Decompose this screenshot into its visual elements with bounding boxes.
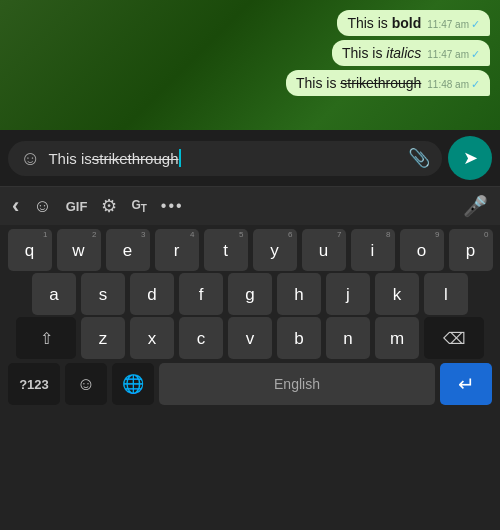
emoji-key[interactable]: ☺: [65, 363, 107, 405]
chat-area: This is bold 11:47 am ✓ This is italics …: [0, 0, 500, 130]
key-n[interactable]: n: [326, 317, 370, 359]
more-button[interactable]: •••: [161, 197, 184, 215]
translate-button[interactable]: GT: [131, 198, 146, 214]
message-meta-3: 11:48 am ✓: [427, 78, 480, 91]
key-k[interactable]: k: [375, 273, 419, 315]
enter-icon: ↵: [458, 372, 475, 396]
sticker-button[interactable]: ☺: [33, 196, 51, 217]
num-key[interactable]: ?123: [8, 363, 60, 405]
space-key[interactable]: English: [159, 363, 435, 405]
keyboard-body: 1q 2w 3e 4r 5t 6y 7u 8i 9o 0p a s d f g …: [0, 225, 500, 530]
shift-key[interactable]: ⇧: [16, 317, 76, 359]
back-button[interactable]: ‹: [12, 193, 19, 219]
key-v[interactable]: v: [228, 317, 272, 359]
shift-icon: ⇧: [40, 329, 53, 348]
enter-key[interactable]: ↵: [440, 363, 492, 405]
message-meta-1: 11:47 am ✓: [427, 18, 480, 31]
key-f[interactable]: f: [179, 273, 223, 315]
message-bubble-2: This is italics 11:47 am ✓: [332, 40, 490, 66]
key-r[interactable]: 4r: [155, 229, 199, 271]
bottom-row: ?123 ☺ 🌐 English ↵: [4, 361, 496, 409]
backspace-key[interactable]: ⌫: [424, 317, 484, 359]
message-check-2: ✓: [471, 48, 480, 61]
message-text-1: This is bold: [347, 15, 421, 31]
key-q[interactable]: 1q: [8, 229, 52, 271]
emoji-keyboard-icon: ☺: [77, 374, 95, 395]
key-e[interactable]: 3e: [106, 229, 150, 271]
key-u[interactable]: 7u: [302, 229, 346, 271]
text-cursor: [179, 149, 181, 167]
message-strikethrough-text: strikethrough: [340, 75, 421, 91]
input-bar: ☺ This is strikethrough 📎 ➤: [0, 130, 500, 186]
input-prefix: This is: [48, 150, 91, 167]
emoji-icon[interactable]: ☺: [20, 147, 40, 170]
message-bold-text: bold: [392, 15, 422, 31]
key-b[interactable]: b: [277, 317, 321, 359]
keyboard-toolbar: ‹ ☺ GIF ⚙ GT ••• 🎤: [0, 186, 500, 225]
key-y[interactable]: 6y: [253, 229, 297, 271]
key-s[interactable]: s: [81, 273, 125, 315]
key-d[interactable]: d: [130, 273, 174, 315]
settings-button[interactable]: ⚙: [101, 195, 117, 217]
globe-icon: 🌐: [122, 373, 144, 395]
key-i[interactable]: 8i: [351, 229, 395, 271]
input-text-display[interactable]: This is strikethrough: [48, 149, 400, 167]
key-m[interactable]: m: [375, 317, 419, 359]
key-l[interactable]: l: [424, 273, 468, 315]
message-time-2: 11:47 am: [427, 49, 469, 60]
message-text-2: This is italics: [342, 45, 421, 61]
backspace-icon: ⌫: [443, 329, 466, 348]
attachment-icon[interactable]: 📎: [408, 147, 430, 169]
send-icon: ➤: [463, 147, 478, 169]
mic-button[interactable]: 🎤: [463, 194, 488, 218]
gif-button[interactable]: GIF: [66, 199, 88, 214]
message-time-1: 11:47 am: [427, 19, 469, 30]
space-label: English: [274, 376, 320, 392]
message-text-3: This is strikethrough: [296, 75, 421, 91]
message-check-3: ✓: [471, 78, 480, 91]
key-row-3: ⇧ z x c v b n m ⌫: [4, 317, 496, 359]
send-button[interactable]: ➤: [448, 136, 492, 180]
key-a[interactable]: a: [32, 273, 76, 315]
message-time-3: 11:48 am: [427, 79, 469, 90]
key-h[interactable]: h: [277, 273, 321, 315]
key-t[interactable]: 5t: [204, 229, 248, 271]
message-italic-text: italics: [386, 45, 421, 61]
key-z[interactable]: z: [81, 317, 125, 359]
key-g[interactable]: g: [228, 273, 272, 315]
key-j[interactable]: j: [326, 273, 370, 315]
input-strikethrough-text: strikethrough: [92, 150, 179, 167]
key-p[interactable]: 0p: [449, 229, 493, 271]
key-w[interactable]: 2w: [57, 229, 101, 271]
message-check-1: ✓: [471, 18, 480, 31]
message-meta-2: 11:47 am ✓: [427, 48, 480, 61]
message-bubble-1: This is bold 11:47 am ✓: [337, 10, 490, 36]
num-label: ?123: [19, 377, 49, 392]
message-bubble-3: This is strikethrough 11:48 am ✓: [286, 70, 490, 96]
globe-key[interactable]: 🌐: [112, 363, 154, 405]
key-row-1: 1q 2w 3e 4r 5t 6y 7u 8i 9o 0p: [4, 229, 496, 271]
key-row-2: a s d f g h j k l: [4, 273, 496, 315]
key-x[interactable]: x: [130, 317, 174, 359]
input-field-wrapper[interactable]: ☺ This is strikethrough 📎: [8, 141, 442, 176]
key-c[interactable]: c: [179, 317, 223, 359]
key-o[interactable]: 9o: [400, 229, 444, 271]
